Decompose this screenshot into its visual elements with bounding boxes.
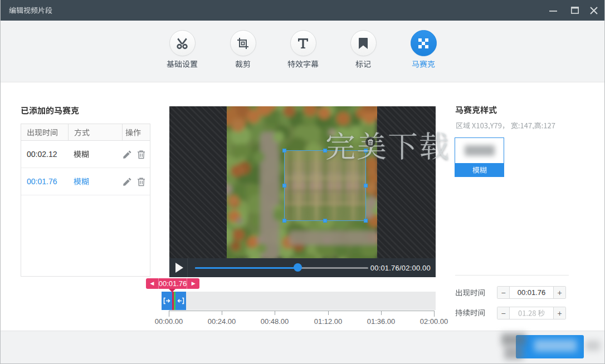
set-start-button[interactable] [162,292,172,310]
row-actions [122,177,150,186]
play-button[interactable] [169,258,188,277]
footer-bar [1,331,604,363]
remove-mosaic-button[interactable] [365,137,375,147]
minimize-icon [549,6,558,15]
blurred-watermark [501,333,526,346]
seek-bar[interactable] [195,258,370,277]
close-button[interactable] [584,0,603,21]
time-badge: ◀ 00:01.76 ▶ [146,278,199,289]
timeline-ruler [169,311,435,317]
crop-icon [230,30,256,56]
player-time: 00:01.76/02:00.00 [370,264,431,272]
ruler-label: 00:00.00 [149,317,188,326]
duration-minus-button[interactable]: − [497,307,510,319]
ruler-tick [434,311,435,317]
delete-icon[interactable] [136,150,146,159]
title-bar [0,0,605,21]
table-row[interactable]: 00:02.12 [21,141,150,168]
duration-stepper: − + [497,307,566,319]
duration-value [510,307,553,319]
duration-label [455,309,485,317]
video-preview [169,106,436,258]
edit-icon[interactable] [123,150,132,159]
appear-plus-button[interactable]: + [553,287,565,298]
watermark-text [325,131,450,161]
mosaic-table: 00:02.12 00:01.76 [21,124,150,277]
ruler-tick [381,311,382,315]
handle-se[interactable] [364,219,368,223]
timeline-strip[interactable] [169,292,436,310]
blurred-watermark [504,346,523,360]
bracket-start-icon [163,297,170,304]
ruler-label: 01:12.00 [309,317,348,326]
handle-w[interactable] [282,184,286,188]
play-icon [175,263,183,273]
ruler-label: 02:00.00 [414,317,453,326]
ruler-line [169,311,435,311]
tab-label [235,60,251,69]
tab-label [412,60,435,69]
ruler-tick [169,311,169,317]
blurred-watermark [534,340,577,352]
handle-e[interactable] [364,184,368,188]
duration-plus-button[interactable]: + [553,307,565,319]
window-title [9,7,52,14]
appear-minus-button[interactable]: − [497,287,510,298]
edit-icon[interactable] [123,177,132,186]
ruler-tick [275,311,275,315]
ruler-label: 00:24.00 [202,317,241,326]
mosaic-icon [411,30,437,56]
handle-sw[interactable] [282,219,286,223]
badge-time: 00:01.76 [159,279,187,288]
row-method [68,150,122,158]
badge-pointer [168,288,176,292]
delete-icon[interactable] [136,177,146,186]
seek-thumb[interactable] [294,263,302,272]
style-card-preview [465,145,495,156]
tab-label [355,60,371,69]
tab-label [287,60,319,69]
region-info [456,122,555,129]
scissors-icon [169,30,196,56]
player-bar: 00:01.76/02:00.00 [169,258,436,277]
maximize-icon [570,6,579,14]
ruler-label: 00:48.00 [255,317,294,326]
ruler-tick [222,311,222,315]
text-icon [290,30,316,56]
header-method [68,124,122,140]
header-appear-time [21,124,68,140]
mosaic-selection-box[interactable] [284,150,366,221]
appear-time-value: 00:01.76 [510,287,553,298]
appear-time-stepper: − 00:01.76 + [497,286,566,299]
maximize-button[interactable] [565,0,584,21]
header-operation [122,124,150,140]
table-header [21,124,150,141]
seek-fill [195,267,297,269]
mosaic-style-title [455,106,497,114]
divider [455,275,569,276]
style-card-blur[interactable] [455,137,504,177]
row-actions [122,150,150,159]
badge-next-button[interactable]: ▶ [187,278,199,289]
blurred-watermark [586,341,600,351]
appear-time-label [455,289,485,297]
ruler-tick [328,311,329,315]
bookmark-icon [350,30,377,56]
tab-subtitles[interactable] [276,30,330,69]
minimize-button[interactable] [544,0,563,21]
table-row[interactable]: 00:01.76 [21,168,150,195]
tab-crop[interactable] [216,30,270,69]
tab-mosaic[interactable] [397,30,450,69]
row-time: 00:01.76 [21,177,68,186]
row-method [68,178,122,185]
handle-s[interactable] [323,219,327,223]
tab-basic-settings[interactable] [155,30,209,69]
handle-nw[interactable] [282,149,286,153]
style-card-label [455,163,504,176]
ruler-label: 01:36.00 [362,317,401,326]
row-time: 00:02.12 [21,150,68,159]
badge-prev-button[interactable]: ◀ [146,278,158,289]
tab-mark[interactable] [336,30,390,69]
set-end-button[interactable] [175,292,186,310]
trash-icon [368,139,373,145]
